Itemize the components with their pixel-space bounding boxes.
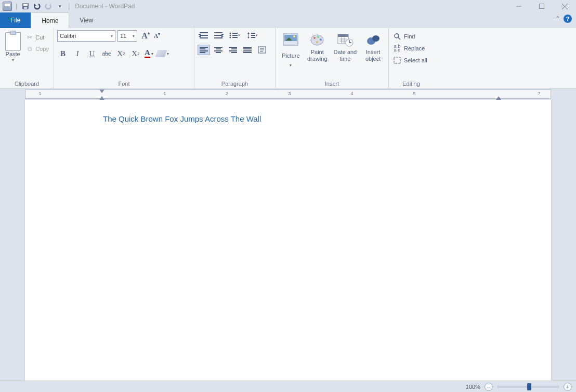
font-size-combo[interactable]: 11 ▾	[117, 30, 137, 42]
object-icon	[365, 31, 382, 48]
paragraph-dialog-button[interactable]	[256, 45, 268, 55]
scissors-icon: ✂	[26, 34, 33, 41]
svg-point-41	[395, 34, 399, 38]
underline-button[interactable]: U	[86, 48, 98, 59]
font-group-label: Font	[57, 80, 191, 87]
object-label: Insert object	[361, 49, 385, 62]
cut-label: Cut	[35, 34, 44, 41]
search-icon	[393, 32, 401, 41]
subscript-button[interactable]: X2	[115, 48, 127, 59]
document-page[interactable]: The Quick Brown Fox Jumps Across The Wal…	[25, 100, 551, 381]
left-indent-marker[interactable]	[99, 95, 104, 100]
close-button[interactable]	[553, 0, 576, 12]
strikethrough-button[interactable]: abc	[101, 48, 112, 59]
paragraph-group-label: Paragraph	[198, 80, 272, 87]
svg-point-28	[316, 41, 318, 43]
svg-rect-43	[394, 57, 400, 63]
help-icon[interactable]: ?	[564, 15, 572, 23]
zoom-slider[interactable]	[497, 386, 559, 388]
view-tab[interactable]: View	[69, 12, 103, 28]
datetime-label: Date and time	[332, 49, 359, 62]
select-all-button[interactable]: Select all	[392, 55, 428, 66]
clipboard-group: Paste ▾ ✂ Cut ⧉ Copy Clipboard	[0, 28, 54, 88]
redo-icon[interactable]	[43, 1, 54, 11]
align-right-button[interactable]	[227, 45, 239, 55]
svg-point-9	[229, 35, 231, 36]
svg-line-42	[398, 37, 400, 40]
undo-icon[interactable]	[32, 1, 42, 11]
chevron-down-icon: ▾	[133, 34, 135, 38]
ribbon: Paste ▾ ✂ Cut ⧉ Copy Clipboard C	[0, 28, 576, 88]
first-line-indent-marker[interactable]	[99, 89, 104, 94]
svg-point-40	[372, 35, 379, 42]
svg-rect-30	[338, 34, 348, 37]
replace-icon: a ba c	[393, 44, 401, 53]
ruler-number: 5	[413, 91, 415, 96]
svg-point-26	[317, 36, 319, 38]
zoom-out-button[interactable]: −	[485, 383, 493, 391]
home-tab[interactable]: Home	[31, 12, 69, 28]
picture-icon	[282, 31, 299, 48]
svg-rect-2	[24, 7, 27, 9]
chevron-down-icon: ▾	[111, 34, 113, 38]
align-center-button[interactable]	[212, 45, 225, 55]
superscript-button[interactable]: X2	[130, 48, 141, 59]
minimize-button[interactable]	[507, 0, 530, 12]
copy-button[interactable]: ⧉ Copy	[24, 44, 50, 54]
bullet-list-button[interactable]: ▾	[227, 30, 242, 41]
picture-button[interactable]: Picture ▾	[279, 30, 303, 68]
copy-icon: ⧉	[26, 45, 33, 53]
justify-button[interactable]	[241, 45, 254, 55]
align-left-button[interactable]	[198, 45, 210, 55]
collapse-ribbon-icon[interactable]: ⌃	[555, 15, 560, 22]
date-time-button[interactable]: Date and time	[332, 30, 359, 62]
zoom-slider-thumb[interactable]	[527, 383, 531, 390]
ruler-number: 4	[350, 91, 353, 96]
svg-point-7	[229, 33, 231, 34]
wordpad-app-icon[interactable]	[2, 1, 12, 11]
grow-font-button[interactable]: A▴	[140, 30, 151, 42]
font-color-button[interactable]: A▾	[145, 49, 153, 58]
replace-label: Replace	[404, 45, 425, 51]
bold-button[interactable]: B	[57, 48, 69, 59]
increase-indent-button[interactable]: ▸	[212, 30, 225, 41]
shrink-font-button[interactable]: A▾	[152, 30, 162, 42]
zoom-in-button[interactable]: +	[564, 383, 572, 391]
replace-button[interactable]: a ba c Replace	[392, 43, 426, 54]
qat-customize-icon[interactable]: ▾	[55, 1, 65, 11]
italic-button[interactable]: I	[72, 48, 83, 59]
ruler-area: 1 1 2 3 4 5 7	[0, 88, 576, 100]
find-label: Find	[404, 33, 415, 40]
maximize-button[interactable]	[530, 0, 553, 12]
horizontal-ruler[interactable]: 1 1 2 3 4 5 7	[25, 89, 551, 99]
ruler-number: 1	[163, 91, 166, 96]
svg-point-23	[293, 35, 295, 37]
status-bar: 100% − +	[0, 381, 576, 392]
svg-rect-1	[23, 4, 28, 6]
document-text[interactable]: The Quick Brown Fox Jumps Across The Wal…	[103, 114, 473, 123]
paint-drawing-button[interactable]: Paint drawing	[305, 30, 330, 62]
svg-point-25	[313, 37, 316, 39]
file-tab[interactable]: File	[0, 12, 31, 28]
ruler-number: 7	[538, 91, 540, 96]
decrease-indent-button[interactable]: ◂	[198, 30, 210, 41]
quick-access-toolbar: | ▾ |	[2, 1, 72, 11]
ruler-number: 3	[288, 91, 291, 96]
save-icon[interactable]	[20, 1, 31, 11]
paste-button[interactable]: Paste ▾	[3, 30, 22, 62]
right-indent-marker[interactable]	[496, 96, 501, 100]
find-button[interactable]: Find	[392, 31, 416, 42]
font-family-combo[interactable]: Calibri ▾	[57, 30, 115, 42]
line-spacing-button[interactable]: ▾	[244, 30, 260, 41]
highlight-button[interactable]: ▾	[156, 50, 169, 57]
svg-rect-4	[540, 4, 544, 9]
ruler-number: 2	[226, 91, 228, 96]
paint-palette-icon	[309, 31, 325, 48]
copy-label: Copy	[35, 46, 49, 52]
insert-object-button[interactable]: Insert object	[361, 30, 385, 62]
svg-point-27	[320, 38, 322, 41]
ruler-number: 1	[38, 91, 41, 96]
cut-button[interactable]: ✂ Cut	[24, 32, 50, 43]
editing-group: Find a ba c Replace Select all Editing	[389, 28, 434, 88]
svg-point-11	[229, 37, 231, 38]
